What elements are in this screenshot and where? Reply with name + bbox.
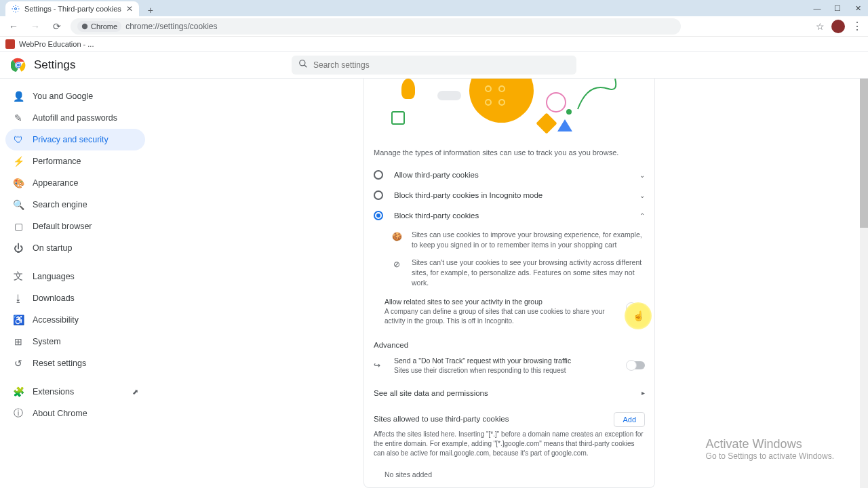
power-icon: ⏻	[12, 243, 24, 253]
gear-icon	[11, 4, 20, 14]
address-chip-label: Chrome	[91, 22, 117, 30]
sidebar-item-default-browser[interactable]: ▢Default browser	[5, 216, 145, 237]
accessibility-icon: ♿	[12, 314, 24, 325]
forward-button[interactable]: →	[27, 18, 43, 35]
windows-watermark: Activate Windows Go to Settings to activ…	[706, 437, 834, 461]
option-block-incognito[interactable]: Block third-party cookies in Incognito m…	[364, 185, 654, 205]
search-icon	[298, 59, 308, 70]
info-text: Sites can use cookies to improve your br…	[412, 230, 645, 249]
dnt-toggle[interactable]	[627, 361, 645, 369]
new-tab-button[interactable]: +	[144, 4, 157, 16]
browser-icon: ▢	[12, 221, 24, 232]
search-input[interactable]	[313, 60, 570, 70]
sidebar-item-label: Appearance	[33, 178, 78, 188]
svg-point-7	[300, 60, 305, 66]
sidebar-item-accessibility[interactable]: ♿Accessibility	[5, 309, 145, 331]
browser-tab[interactable]: Settings - Third-party cookies ✕	[5, 1, 139, 16]
dnt-desc: Sites use their discretion when respondi…	[394, 366, 618, 375]
panel-description: Manage the types of information sites ca…	[364, 143, 654, 165]
sidebar-item-appearance[interactable]: 🎨Appearance	[5, 172, 145, 194]
languages-icon: 文	[12, 270, 24, 283]
option-block-third-party[interactable]: Block third-party cookies ⌃	[364, 205, 654, 226]
sidebar-item-reset[interactable]: ↺Reset settings	[5, 352, 145, 374]
page-title: Settings	[34, 58, 75, 72]
info-text: Sites can't use your cookies to see your…	[412, 258, 645, 287]
sidebar-item-label: Default browser	[33, 222, 92, 231]
maximize-button[interactable]: ☐	[827, 0, 848, 16]
chrome-icon	[81, 23, 88, 30]
svg-point-1	[82, 23, 87, 28]
close-icon[interactable]: ✕	[125, 5, 134, 13]
chevron-down-icon[interactable]: ⌄	[639, 192, 645, 199]
close-window-button[interactable]: ✕	[848, 0, 868, 16]
window-controls: — ☐ ✕	[807, 0, 868, 16]
chevron-down-icon[interactable]: ⌄	[639, 171, 645, 179]
radio-unchecked-icon[interactable]	[374, 190, 383, 200]
sidebar-item-downloads[interactable]: ⭳Downloads	[5, 287, 145, 309]
sidebar-item-autofill[interactable]: ✎Autofill and passwords	[5, 107, 145, 129]
search-settings-box[interactable]	[292, 56, 576, 75]
sidebar-item-you-and-google[interactable]: 👤You and Google	[5, 85, 145, 107]
watermark-title: Activate Windows	[706, 437, 834, 451]
address-bar[interactable]: Chrome chrome://settings/cookies	[71, 18, 681, 35]
reload-button[interactable]: ⟳	[49, 18, 65, 35]
radio-unchecked-icon[interactable]	[374, 170, 383, 180]
info-icon: ⓘ	[12, 407, 24, 420]
sidebar-item-label: About Chrome	[33, 409, 87, 418]
allow-related-title: Allow related sites to see your activity…	[384, 297, 620, 307]
advanced-label: Advanced	[364, 331, 654, 352]
sidebar-item-label: Performance	[33, 157, 81, 166]
tab-title: Settings - Third-party cookies	[24, 5, 121, 13]
search-icon: 🔍	[12, 199, 24, 210]
system-icon: ⊞	[12, 336, 24, 347]
arrow-forward-icon: ↪	[374, 361, 384, 370]
sidebar-item-label: On startup	[33, 243, 72, 253]
sidebar-item-search-engine[interactable]: 🔍Search engine	[5, 194, 145, 216]
info-row-cookies-allowed: 🍪 Sites can use cookies to improve your …	[364, 226, 654, 253]
sidebar-item-privacy[interactable]: 🛡Privacy and security	[5, 129, 145, 150]
option-label: Block third-party cookies in Incognito m…	[394, 191, 542, 199]
window-titlebar: Settings - Third-party cookies ✕ + — ☐ ✕	[0, 0, 868, 16]
menu-icon[interactable]: ⋮	[852, 20, 863, 33]
see-all-site-data-link[interactable]: See all site data and permissions ▸	[364, 380, 654, 407]
sidebar-item-label: Downloads	[33, 293, 75, 303]
radio-checked-icon[interactable]	[374, 211, 383, 220]
sidebar-item-system[interactable]: ⊞System	[5, 331, 145, 352]
link-label: See all site data and permissions	[374, 389, 488, 397]
sidebar-item-label: You and Google	[33, 92, 93, 101]
profile-avatar[interactable]	[831, 20, 845, 33]
chevron-up-icon[interactable]: ⌃	[639, 212, 645, 220]
back-button[interactable]: ←	[5, 18, 22, 35]
sidebar-item-startup[interactable]: ⏻On startup	[5, 237, 145, 259]
bookmark-bar: WebPro Education - ...	[0, 37, 868, 52]
illustration	[364, 79, 654, 143]
scrollbar-track[interactable]	[860, 79, 868, 488]
do-not-track-row: ↪ Send a "Do Not Track" request with you…	[364, 352, 654, 380]
reset-icon: ↺	[12, 358, 24, 369]
speed-icon: ⚡	[12, 156, 24, 167]
bookmark-item[interactable]: WebPro Education - ...	[19, 40, 94, 48]
minimize-button[interactable]: —	[807, 0, 827, 16]
dnt-title: Send a "Do Not Track" request with your …	[394, 356, 618, 366]
option-label: Block third-party cookies	[394, 211, 479, 220]
palette-icon: 🎨	[12, 178, 24, 188]
shield-icon: 🛡	[12, 134, 24, 145]
sidebar-item-about[interactable]: ⓘAbout Chrome	[5, 403, 145, 424]
cursor-highlight: ☝	[625, 302, 652, 329]
watermark-sub: Go to Settings to activate Windows.	[706, 451, 834, 461]
chrome-logo-icon	[11, 58, 26, 73]
settings-panel: Manage the types of information sites ca…	[363, 79, 655, 488]
block-icon: ⊘	[391, 258, 402, 287]
svg-line-8	[304, 65, 307, 68]
bookmark-favicon	[5, 39, 15, 49]
person-icon: 👤	[12, 91, 24, 102]
add-button[interactable]: Add	[614, 412, 645, 427]
chevron-right-icon: ▸	[642, 389, 645, 396]
option-allow-third-party[interactable]: Allow third-party cookies ⌄	[364, 165, 654, 185]
allowed-sites-title: Sites allowed to use third-party cookies	[374, 415, 645, 423]
sidebar-item-languages[interactable]: 文Languages	[5, 266, 145, 287]
scrollbar-thumb[interactable]	[860, 79, 868, 228]
bookmark-star-icon[interactable]: ☆	[816, 21, 825, 32]
sidebar-item-performance[interactable]: ⚡Performance	[5, 150, 145, 172]
sidebar-item-extensions[interactable]: 🧩Extensions⬈	[5, 381, 145, 403]
